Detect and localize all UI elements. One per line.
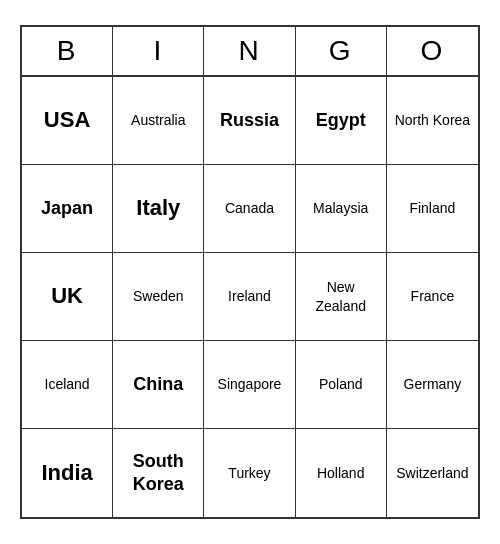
bingo-cell-19: Germany bbox=[387, 341, 478, 429]
bingo-cell-20: India bbox=[22, 429, 113, 517]
bingo-card: BINGO USAAustraliaRussiaEgyptNorth Korea… bbox=[20, 25, 480, 519]
bingo-cell-21: South Korea bbox=[113, 429, 204, 517]
bingo-cell-7: Canada bbox=[204, 165, 295, 253]
header-letter-G: G bbox=[296, 27, 387, 75]
bingo-cell-14: France bbox=[387, 253, 478, 341]
bingo-header: BINGO bbox=[22, 27, 478, 77]
bingo-cell-10: UK bbox=[22, 253, 113, 341]
bingo-cell-12: Ireland bbox=[204, 253, 295, 341]
bingo-cell-24: Switzerland bbox=[387, 429, 478, 517]
bingo-cell-8: Malaysia bbox=[296, 165, 387, 253]
bingo-cell-15: Iceland bbox=[22, 341, 113, 429]
bingo-cell-13: New Zealand bbox=[296, 253, 387, 341]
bingo-cell-0: USA bbox=[22, 77, 113, 165]
bingo-cell-4: North Korea bbox=[387, 77, 478, 165]
bingo-cell-9: Finland bbox=[387, 165, 478, 253]
bingo-cell-22: Turkey bbox=[204, 429, 295, 517]
bingo-cell-16: China bbox=[113, 341, 204, 429]
bingo-cell-1: Australia bbox=[113, 77, 204, 165]
bingo-cell-2: Russia bbox=[204, 77, 295, 165]
bingo-grid: USAAustraliaRussiaEgyptNorth KoreaJapanI… bbox=[22, 77, 478, 517]
bingo-cell-6: Italy bbox=[113, 165, 204, 253]
bingo-cell-5: Japan bbox=[22, 165, 113, 253]
bingo-cell-18: Poland bbox=[296, 341, 387, 429]
bingo-cell-3: Egypt bbox=[296, 77, 387, 165]
header-letter-I: I bbox=[113, 27, 204, 75]
header-letter-N: N bbox=[204, 27, 295, 75]
bingo-cell-11: Sweden bbox=[113, 253, 204, 341]
bingo-cell-23: Holland bbox=[296, 429, 387, 517]
header-letter-O: O bbox=[387, 27, 478, 75]
bingo-cell-17: Singapore bbox=[204, 341, 295, 429]
header-letter-B: B bbox=[22, 27, 113, 75]
